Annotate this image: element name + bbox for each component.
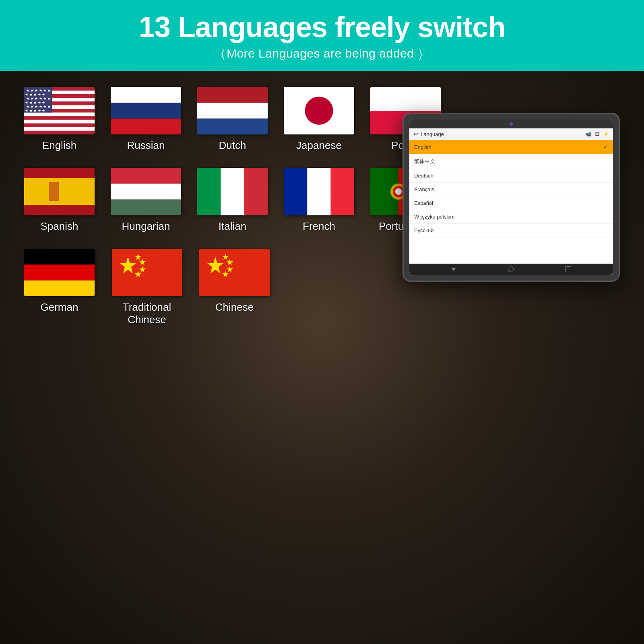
flag-french: [284, 168, 354, 215]
lang-item-francais[interactable]: Français: [409, 183, 613, 196]
page-title: 13 Languages freely switch: [16, 11, 628, 43]
svg-point-28: [305, 97, 333, 125]
tablet-header-left: ↩ Language: [413, 131, 444, 137]
svg-text:★ ★ ★ ★ ★ ★: ★ ★ ★ ★ ★ ★: [26, 97, 51, 101]
svg-rect-32: [24, 178, 95, 205]
lang-label-polish: W języku polskim: [414, 214, 454, 220]
flag-item-french: French: [284, 168, 354, 233]
flag-spanish: [24, 168, 95, 215]
image-icon: 🖼: [595, 131, 600, 137]
svg-rect-41: [307, 168, 330, 215]
svg-text:★ ★ ★ ★ ★ ★: ★ ★ ★ ★ ★ ★: [26, 105, 51, 109]
svg-rect-21: [111, 87, 181, 103]
tablet-screen: ↩ Language 📹 🖼 ⚡ English ✓ 繁体中文: [409, 120, 613, 275]
svg-rect-35: [111, 184, 181, 200]
lang-item-trad-chinese[interactable]: 繁体中文: [409, 154, 613, 169]
lang-item-english[interactable]: English ✓: [409, 140, 613, 154]
svg-rect-26: [197, 119, 268, 134]
tablet-language-list: English ✓ 繁体中文 Deutsch Français Español …: [409, 140, 613, 264]
svg-rect-8: [24, 113, 95, 116]
tablet-header-icons: 📹 🖼 ⚡: [586, 131, 609, 137]
tablet-body: ↩ Language 📹 🖼 ⚡ English ✓ 繁体中文: [402, 113, 620, 282]
svg-rect-23: [111, 119, 181, 134]
flag-dutch: [197, 87, 268, 134]
check-mark: ✓: [603, 144, 608, 150]
svg-rect-13: [24, 131, 95, 134]
svg-rect-11: [24, 124, 95, 127]
flag-item-german: German: [24, 249, 95, 314]
home-nav-button[interactable]: [508, 266, 514, 272]
svg-rect-34: [111, 168, 181, 184]
video-icon: 📹: [586, 131, 592, 137]
flag-item-italian: Italian: [197, 168, 268, 233]
flag-japanese: [284, 87, 354, 134]
svg-rect-40: [284, 168, 307, 215]
svg-rect-39: [244, 168, 268, 215]
flag-item-russian: Russian: [111, 87, 181, 152]
svg-rect-33: [49, 182, 59, 201]
svg-rect-24: [197, 87, 268, 103]
flag-german: [24, 249, 95, 296]
svg-rect-50: [24, 281, 95, 296]
recent-nav-button[interactable]: [566, 266, 571, 272]
svg-rect-49: [24, 265, 95, 281]
svg-rect-10: [24, 120, 95, 124]
flag-label-japanese: Japanese: [296, 139, 342, 152]
flag-item-trad-chinese: Traditional Chinese: [111, 249, 183, 326]
flag-english: ★ ★ ★ ★ ★ ★ ★ ★ ★ ★ ★ ★ ★ ★ ★ ★ ★ ★ ★ ★ …: [24, 87, 95, 134]
svg-text:★ ★ ★ ★ ★ ★: ★ ★ ★ ★ ★ ★: [26, 89, 51, 93]
svg-rect-38: [221, 168, 244, 215]
flag-label-italian: Italian: [219, 220, 246, 233]
svg-rect-12: [24, 127, 95, 131]
lang-item-polish[interactable]: W języku polskim: [409, 210, 613, 224]
flag-label-english: English: [42, 139, 76, 152]
tablet-device: ↩ Language 📹 🖼 ⚡ English ✓ 繁体中文: [402, 113, 620, 282]
flag-label-dutch: Dutch: [219, 139, 246, 152]
flag-russian: [111, 87, 181, 134]
lang-item-deutsch[interactable]: Deutsch: [409, 169, 613, 183]
header-section: 13 Languages freely switch （More Languag…: [0, 0, 644, 71]
flag-item-spanish: Spanish: [24, 168, 95, 233]
tablet-bottom-bar: [409, 264, 613, 275]
svg-rect-29: [370, 87, 441, 111]
flag-label-spanish: Spanish: [41, 220, 78, 233]
flag-chinese: [199, 249, 270, 296]
flag-italian: [197, 168, 268, 215]
svg-rect-57: [199, 249, 270, 296]
flag-item-english: ★ ★ ★ ★ ★ ★ ★ ★ ★ ★ ★ ★ ★ ★ ★ ★ ★ ★ ★ ★ …: [24, 87, 95, 152]
flag-label-russian: Russian: [127, 139, 165, 152]
flag-label-german: German: [41, 301, 78, 314]
flag-item-japanese: Japanese: [284, 87, 354, 152]
back-nav-button[interactable]: [451, 268, 456, 271]
svg-rect-48: [24, 249, 95, 264]
svg-text:★ ★ ★ ★ ★: ★ ★ ★ ★ ★: [25, 93, 45, 97]
flag-item-chinese: Chinese: [199, 249, 270, 314]
bluetooth-icon: ⚡: [603, 131, 609, 137]
svg-point-47: [395, 188, 402, 195]
flag-hungarian: [111, 168, 181, 215]
flag-item-hungarian: Hungarian: [111, 168, 181, 233]
svg-text:★ ★ ★ ★ ★: ★ ★ ★ ★ ★: [25, 101, 45, 105]
flag-item-dutch: Dutch: [197, 87, 268, 152]
language-title: Language: [421, 131, 444, 137]
lang-label-english: English: [414, 144, 431, 150]
tablet-top-bar: [409, 120, 613, 128]
back-arrow-icon[interactable]: ↩: [413, 131, 418, 137]
flag-label-french: French: [303, 220, 335, 233]
tablet-header-bar: ↩ Language 📹 🖼 ⚡: [409, 128, 613, 140]
tablet-camera: [510, 122, 513, 126]
svg-text:★ ★ ★ ★ ★: ★ ★ ★ ★ ★: [25, 109, 45, 113]
flag-label-hungarian: Hungarian: [122, 220, 170, 233]
svg-rect-22: [111, 103, 181, 119]
svg-rect-36: [111, 200, 181, 215]
lang-label-deutsch: Deutsch: [414, 173, 433, 179]
svg-rect-9: [24, 116, 95, 120]
lang-label-russian: Русский: [414, 227, 433, 233]
lang-label-espanol: Español: [414, 200, 433, 206]
svg-rect-25: [197, 103, 268, 119]
svg-rect-37: [197, 168, 221, 215]
flag-label-trad-chinese: Traditional Chinese: [111, 301, 183, 326]
lang-item-russian[interactable]: Русский: [409, 224, 613, 237]
page-subtitle: （More Languages are being added ）: [16, 45, 628, 62]
lang-item-espanol[interactable]: Español: [409, 196, 613, 210]
